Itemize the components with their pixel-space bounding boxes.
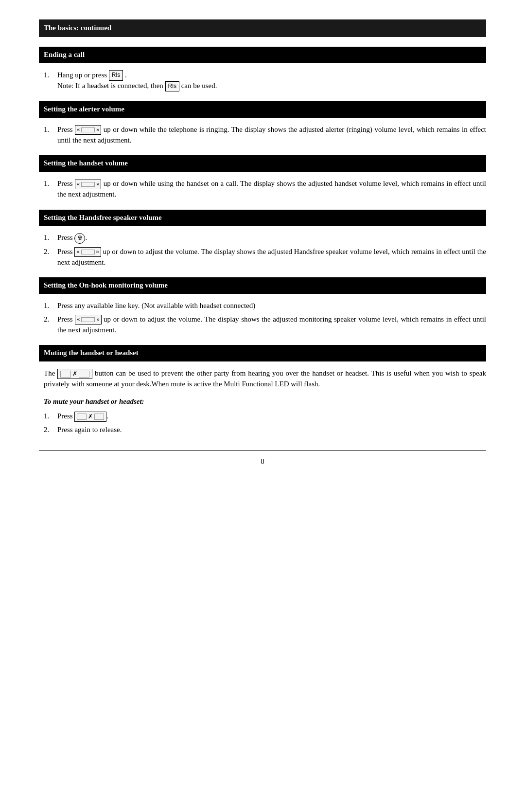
volume-key-3: «» (74, 247, 101, 257)
mute-key: ✗ (57, 369, 92, 379)
list-item: 1. Press «» up or down while using the h… (39, 179, 486, 200)
list-item: 1. Press ☢. (39, 233, 486, 244)
handsfree-volume-list: 1. Press ☢. 2. Press «» up or down to ad… (39, 233, 486, 268)
speaker-key: ☢ (74, 233, 85, 244)
muting-steps-list: 1. Press ✗ . 2. Press again to release. (39, 411, 486, 435)
volume-key-4: «» (75, 315, 101, 325)
list-item: 2. Press «» up or down to adjust the vol… (39, 314, 486, 336)
section-handset-volume: Setting the handset volume 1. Press «» u… (39, 155, 486, 199)
list-item: 1. Press ✗ . (39, 411, 486, 422)
volume-key: «» (75, 125, 101, 135)
section-header-ending-a-call: Ending a call (39, 47, 486, 63)
section-header-handset-volume: Setting the handset volume (39, 155, 486, 172)
section-muting: Muting the handset or headset The ✗ butt… (39, 345, 486, 435)
bottom-rule (39, 450, 486, 451)
top-header: The basics: continued (39, 19, 486, 37)
volume-key-2: «» (75, 180, 101, 189)
section-alerter-volume: Setting the alerter volume 1. Press «» u… (39, 101, 486, 145)
rls-key: Rls (109, 70, 123, 80)
list-item: 1. Press «» up or down while the telepho… (39, 125, 486, 146)
section-onhook-volume: Setting the On-hook monitoring volume 1.… (39, 277, 486, 335)
section-header-muting: Muting the handset or headset (39, 345, 486, 361)
section-ending-a-call: Ending a call 1. Hang up or press Rls . … (39, 47, 486, 91)
page: The basics: continued Ending a call 1. H… (0, 0, 525, 812)
list-item: 1. Press any available line key. (Not av… (39, 301, 486, 311)
handset-volume-list: 1. Press «» up or down while using the h… (39, 179, 486, 200)
onhook-volume-list: 1. Press any available line key. (Not av… (39, 301, 486, 335)
page-number: 8 (39, 456, 486, 467)
section-handsfree-volume: Setting the Handsfree speaker volume 1. … (39, 210, 486, 268)
ending-a-call-list: 1. Hang up or press Rls . Note: If a hea… (39, 70, 486, 92)
alerter-volume-list: 1. Press «» up or down while the telepho… (39, 125, 486, 146)
section-header-alerter-volume: Setting the alerter volume (39, 101, 486, 118)
section-header-handsfree-volume: Setting the Handsfree speaker volume (39, 210, 486, 226)
list-item: 2. Press «» up or down to adjust the vol… (39, 247, 486, 268)
rls-key-2: Rls (165, 81, 179, 91)
list-item: 1. Hang up or press Rls . Note: If a hea… (39, 70, 486, 92)
muting-paragraph: The ✗ button can be used to prevent the … (39, 368, 486, 390)
mute-key-small: ✗ (74, 412, 106, 422)
list-item: 2. Press again to release. (39, 425, 486, 435)
top-header-text: The basics: continued (44, 24, 111, 32)
muting-subheading: To mute your handset or headset: (39, 397, 486, 407)
section-header-onhook-volume: Setting the On-hook monitoring volume (39, 277, 486, 294)
